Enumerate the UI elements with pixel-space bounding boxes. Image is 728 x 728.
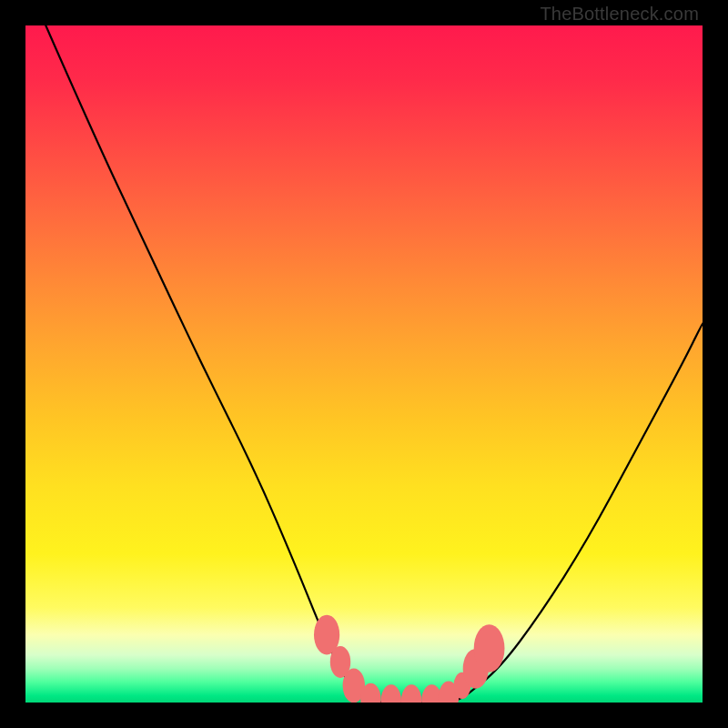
curve-layer (25, 25, 703, 703)
chart-frame: TheBottleneck.com (0, 0, 728, 728)
plot-area (25, 25, 703, 703)
marker-dot (474, 624, 505, 672)
marker-dot (401, 684, 421, 703)
bottleneck-curve (46, 25, 703, 703)
marker-dot (381, 684, 401, 703)
markers (314, 615, 505, 703)
attribution-label: TheBottleneck.com (540, 4, 699, 25)
